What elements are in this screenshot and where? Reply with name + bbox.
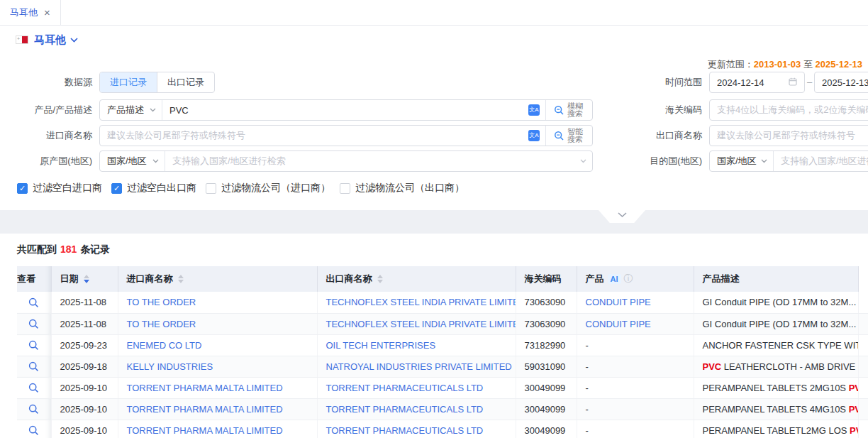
checkbox-icon[interactable]	[206, 183, 216, 194]
column-label: 出口商名称	[326, 273, 372, 285]
exporter-input[interactable]: 建议去除公司尾部字符或特殊符号	[709, 125, 868, 146]
importer-link[interactable]: ENEMED CO LTD	[127, 340, 202, 351]
checkbox-icon[interactable]: ✓	[17, 183, 28, 194]
view-cell[interactable]	[17, 292, 51, 313]
exporter-cell[interactable]: TECHNOFLEX STEEL INDIA PRIVATE LIMITED	[317, 313, 516, 334]
chevron-down-icon	[761, 159, 767, 163]
filter-checkbox[interactable]: ✓过滤空白进口商	[17, 182, 102, 195]
smart-search-button[interactable]: 智能搜索	[545, 126, 592, 146]
table-overflow-stub	[858, 313, 868, 334]
description-cell: PERAMPANEL TABLETS 4MG10S PVC...	[694, 398, 858, 420]
exporter-cell[interactable]: OIL TECH ENTERPRISES	[317, 334, 516, 356]
exporter-cell[interactable]: NATROYAL INDUSTRIES PRIVATE LIMITED	[317, 356, 516, 377]
view-cell[interactable]	[17, 377, 51, 398]
product-link[interactable]: CONDUIT PIPE	[586, 319, 651, 329]
importer-cell[interactable]: TO THE ORDER	[118, 313, 317, 334]
translate-icon[interactable]: 文A	[528, 130, 540, 141]
importer-cell[interactable]: TORRENT PHARMA MALTA LIMITED	[118, 398, 317, 420]
collapse-filters-button[interactable]	[599, 210, 645, 223]
importer-link[interactable]: TORRENT PHARMA MALTA LIMITED	[127, 425, 283, 436]
data-source-option[interactable]: 进口记录	[100, 72, 157, 92]
product-cell[interactable]: CONDUIT PIPE	[577, 313, 694, 334]
hs-code-cell: 73182990	[516, 334, 577, 356]
filter-checkbox[interactable]: 过滤物流公司（进口商）	[206, 182, 330, 195]
importer-cell[interactable]: KELLY INDUSTRIES	[118, 356, 317, 377]
view-cell[interactable]	[17, 334, 51, 356]
product-cell: -	[577, 377, 694, 398]
importer-cell[interactable]: TORRENT PHARMA MALTA LIMITED	[118, 420, 317, 438]
exporter-cell[interactable]: TECHNOFLEX STEEL INDIA PRIVATE LIMITED	[317, 292, 516, 313]
sort-carets-icon[interactable]	[84, 275, 89, 283]
importer-link[interactable]: TORRENT PHARMA MALTA LIMITED	[127, 383, 283, 393]
dest-country-input[interactable]: 支持输入国家/地区进行检索	[774, 155, 868, 168]
product-cell[interactable]: CONDUIT PIPE	[577, 292, 694, 313]
filter-checkbox[interactable]: 过滤物流公司（出口商）	[340, 182, 464, 195]
product-link[interactable]: CONDUIT PIPE	[586, 297, 651, 307]
importer-cell[interactable]: TORRENT PHARMA MALTA LIMITED	[118, 377, 317, 398]
view-detail-icon[interactable]	[28, 361, 39, 372]
sort-carets-icon[interactable]	[377, 275, 383, 283]
origin-country-input[interactable]: 支持输入国家/地区进行检索	[165, 151, 592, 171]
view-detail-icon[interactable]	[28, 404, 39, 415]
data-source-option[interactable]: 出口记录	[157, 72, 214, 92]
tab-malta[interactable]: 马耳他 ×	[0, 0, 61, 25]
column-header: 查看	[17, 266, 51, 292]
table-overflow-stub	[858, 292, 868, 313]
exporter-cell[interactable]: TORRENT PHARMACEUTICALS LTD	[317, 377, 516, 398]
view-cell[interactable]	[17, 313, 51, 334]
importer-cell[interactable]: TO THE ORDER	[118, 292, 317, 313]
importer-link[interactable]: TO THE ORDER	[127, 319, 196, 329]
product-cell: -	[577, 356, 694, 377]
product-type-select[interactable]: 产品描述	[100, 100, 162, 120]
filter-row-origin: 原产国(地区) 国家/地区 支持输入国家/地区进行检索 目的国(地区) 国家/地…	[0, 150, 868, 172]
view-detail-icon[interactable]	[28, 340, 39, 351]
exporter-link[interactable]: OIL TECH ENTERPRISES	[326, 340, 436, 351]
product-cell: -	[577, 334, 694, 356]
date-cell: 2025-09-10	[51, 377, 118, 398]
search-icon	[554, 131, 564, 141]
checkbox-icon[interactable]: ✓	[111, 183, 122, 194]
column-header[interactable]: 出口商名称	[317, 266, 516, 292]
exporter-link[interactable]: TECHNOFLEX STEEL INDIA PRIVATE LIMITED	[326, 319, 516, 329]
exporter-link[interactable]: NATROYAL INDUSTRIES PRIVATE LIMITED	[326, 361, 512, 372]
hs-code-input[interactable]: 支持4位以上海关编码，或2位海关编码加上	[709, 99, 868, 121]
view-cell[interactable]	[17, 356, 51, 377]
filter-checkbox[interactable]: ✓过滤空白出口商	[111, 182, 196, 195]
product-cell: -	[577, 398, 694, 420]
sort-carets-icon[interactable]	[178, 275, 184, 283]
importer-link[interactable]: TO THE ORDER	[127, 297, 196, 307]
info-icon[interactable]: ⓘ	[624, 273, 633, 285]
column-header[interactable]: 日期	[51, 266, 118, 292]
exporter-link[interactable]: TORRENT PHARMACEUTICALS LTD	[326, 383, 484, 393]
view-detail-icon[interactable]	[28, 425, 39, 436]
importer-input[interactable]: 建议去除公司尾部字符或特殊符号 文A	[100, 126, 545, 146]
product-input[interactable]: PVC 文A	[162, 100, 545, 120]
view-cell[interactable]	[17, 398, 51, 420]
chevron-down-icon[interactable]	[70, 38, 78, 43]
view-detail-icon[interactable]	[28, 319, 39, 329]
checkbox-icon[interactable]	[340, 183, 350, 194]
translate-icon[interactable]: 文A	[528, 104, 540, 116]
start-date-input[interactable]: 2024-12-14	[709, 72, 805, 93]
exporter-link[interactable]: TORRENT PHARMACEUTICALS LTD	[326, 404, 484, 415]
fuzzy-search-button[interactable]: 模糊搜索	[545, 100, 592, 120]
column-header[interactable]: 进口商名称	[118, 266, 317, 292]
hs-code-cell: 73063090	[516, 313, 577, 334]
importer-cell[interactable]: ENEMED CO LTD	[118, 334, 317, 356]
importer-link[interactable]: KELLY INDUSTRIES	[127, 361, 213, 372]
exporter-link[interactable]: TORRENT PHARMACEUTICALS LTD	[326, 425, 484, 436]
exporter-cell[interactable]: TORRENT PHARMACEUTICALS LTD	[317, 398, 516, 420]
keyword-highlight: PVC	[849, 404, 858, 415]
view-cell[interactable]	[17, 420, 51, 438]
table-overflow-stub	[858, 356, 868, 377]
origin-country-select[interactable]: 国家/地区	[100, 151, 165, 171]
importer-link[interactable]: TORRENT PHARMA MALTA LIMITED	[127, 404, 283, 415]
end-date-input[interactable]: 2025-12-13	[814, 72, 868, 93]
exporter-cell[interactable]: TORRENT PHARMACEUTICALS LTD	[317, 420, 516, 438]
date-cell: 2025-09-18	[51, 356, 118, 377]
dest-country-select[interactable]: 国家/地区	[710, 151, 774, 171]
exporter-link[interactable]: TECHNOFLEX STEEL INDIA PRIVATE LIMITED	[326, 297, 516, 307]
close-icon[interactable]: ×	[44, 7, 50, 18]
view-detail-icon[interactable]	[28, 297, 39, 308]
view-detail-icon[interactable]	[28, 383, 39, 393]
